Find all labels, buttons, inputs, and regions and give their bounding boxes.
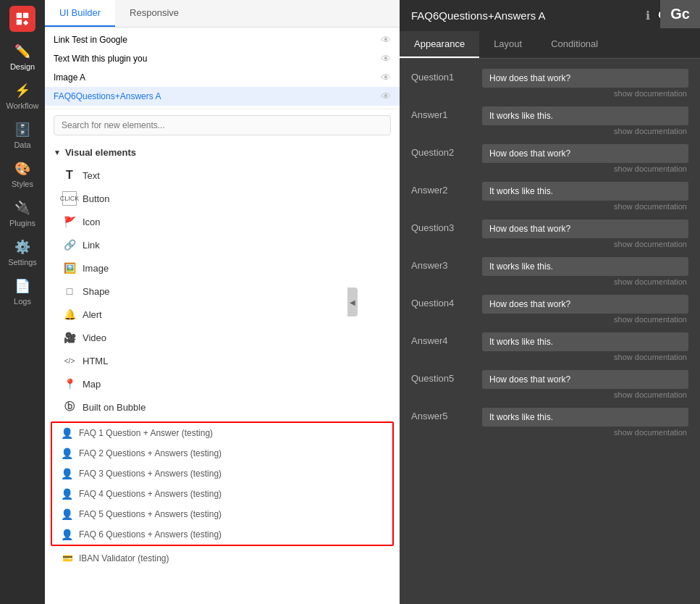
visibility-icon-3[interactable]: 👁 <box>381 72 391 83</box>
sidebar-item-styles[interactable]: 🎨 Styles <box>0 155 45 194</box>
property-label-7: Answer4 <box>411 332 476 346</box>
element-button[interactable]: CLICK Button <box>45 187 400 210</box>
property-doc-link-6[interactable]: show documentation <box>482 315 688 324</box>
property-label-8: Question5 <box>411 370 476 384</box>
panel-header: FAQ6Questions+Answers A ℹ 💬 ✕ <box>400 0 700 31</box>
property-value-8[interactable]: How does that work? <box>482 370 688 389</box>
faq-item-1[interactable]: 👤 FAQ 1 Question + Answer (testing) <box>52 423 392 443</box>
element-built-on-bubble[interactable]: ⓑ Built on Bubble <box>45 395 400 419</box>
faq-item-6[interactable]: 👤 FAQ 6 Questions + Answers (testing) <box>52 524 392 545</box>
recent-item-1[interactable]: Link Test in Google 👁 <box>45 30 400 49</box>
faq-person-icon-2: 👤 <box>61 448 73 459</box>
element-icon[interactable]: 🚩 Icon <box>45 210 400 233</box>
property-row-4: Question3How does that work?show documen… <box>400 215 700 253</box>
property-label-3: Answer2 <box>411 182 476 196</box>
property-row-5: Answer3It works like this.show documenta… <box>400 253 700 290</box>
recent-item-3[interactable]: Image A 👁 <box>45 68 400 87</box>
property-value-6[interactable]: How does that work? <box>482 295 688 314</box>
visibility-icon-2[interactable]: 👁 <box>381 53 391 64</box>
visual-elements-header[interactable]: ▼ Visual elements <box>45 141 400 164</box>
faq-item-5[interactable]: 👤 FAQ 5 Questions + Answers (testing) <box>52 504 392 524</box>
panel-tab-conditional[interactable]: Conditional <box>536 31 612 58</box>
app-logo[interactable] <box>9 6 35 32</box>
panel-tab-appearance[interactable]: Appearance <box>400 31 479 58</box>
sidebar-item-workflow[interactable]: ⚡ Workflow <box>0 77 45 116</box>
property-value-4[interactable]: How does that work? <box>482 219 688 238</box>
recent-item-4[interactable]: FAQ6Questions+Answers A 👁 <box>45 87 400 106</box>
main-panel: UI Builder Responsive Link Test in Googl… <box>45 0 400 604</box>
property-doc-link-4[interactable]: show documentation <box>482 240 688 248</box>
faq-person-icon-1: 👤 <box>61 427 73 439</box>
property-value-group-9: It works like this.show documentation <box>482 408 688 437</box>
faq-item-4[interactable]: 👤 FAQ 4 Questions + Answers (testing) <box>52 484 392 504</box>
property-value-0[interactable]: How does that work? <box>482 69 688 88</box>
property-value-1[interactable]: It works like this. <box>482 106 688 125</box>
iban-item[interactable]: 💳 IBAN Validator (testing) <box>45 549 400 568</box>
property-value-7[interactable]: It works like this. <box>482 332 688 351</box>
search-header <box>45 109 400 141</box>
panel-collapse-handle[interactable]: ◀ <box>347 288 358 316</box>
shape-icon: □ <box>62 284 77 298</box>
property-doc-link-5[interactable]: show documentation <box>482 277 688 286</box>
property-doc-link-1[interactable]: show documentation <box>482 127 688 135</box>
property-value-group-6: How does that work?show documentation <box>482 295 688 324</box>
tab-responsive[interactable]: Responsive <box>115 0 193 27</box>
property-label-4: Question3 <box>411 219 476 233</box>
property-doc-link-2[interactable]: show documentation <box>482 164 688 173</box>
property-doc-link-9[interactable]: show documentation <box>482 428 688 437</box>
button-icon: CLICK <box>62 191 77 206</box>
element-html[interactable]: </> HTML <box>45 349 400 372</box>
visibility-icon-1[interactable]: 👁 <box>381 34 391 46</box>
property-value-group-1: It works like this.show documentation <box>482 106 688 135</box>
sidebar-item-settings[interactable]: ⚙️ Settings <box>0 233 45 272</box>
property-value-group-7: It works like this.show documentation <box>482 332 688 361</box>
element-map[interactable]: 📍 Map <box>45 372 400 395</box>
sidebar-item-design[interactable]: ✏️ Design <box>0 38 45 77</box>
property-doc-link-3[interactable]: show documentation <box>482 202 688 211</box>
sidebar-item-plugins[interactable]: 🔌 Plugins <box>0 194 45 233</box>
sidebar-item-logs[interactable]: 📄 Logs <box>0 272 45 311</box>
property-row-7: Answer4It works like this.show documenta… <box>400 328 700 366</box>
design-icon: ✏️ <box>14 43 30 59</box>
recent-items: Link Test in Google 👁 Text With this plu… <box>45 28 400 109</box>
property-value-5[interactable]: It works like this. <box>482 257 688 276</box>
property-value-2[interactable]: How does that work? <box>482 144 688 163</box>
recent-item-2[interactable]: Text With this plugin you 👁 <box>45 49 400 68</box>
info-button[interactable]: ℹ <box>646 9 650 22</box>
image-icon: 🖼️ <box>62 261 77 275</box>
panel-tab-layout[interactable]: Layout <box>479 31 536 58</box>
faq-item-3[interactable]: 👤 FAQ 3 Questions + Answers (testing) <box>52 464 392 484</box>
property-value-3[interactable]: It works like this. <box>482 182 688 201</box>
faq-item-2[interactable]: 👤 FAQ 2 Questions + Answers (testing) <box>52 443 392 464</box>
alert-icon: 🔔 <box>62 307 77 322</box>
element-video[interactable]: 🎥 Video <box>45 326 400 349</box>
property-label-0: Question1 <box>411 69 476 83</box>
element-shape[interactable]: □ Shape <box>45 280 400 303</box>
iban-icon: 💳 <box>62 553 73 563</box>
search-input[interactable] <box>54 115 391 135</box>
sidebar-item-data[interactable]: 🗄️ Data <box>0 116 45 155</box>
icon-icon: 🚩 <box>62 214 77 229</box>
element-link[interactable]: 🔗 Link <box>45 233 400 256</box>
tab-ui-builder[interactable]: UI Builder <box>45 0 115 27</box>
panel-tabs-bar: Appearance Layout Conditional <box>400 31 700 59</box>
element-text[interactable]: T Text <box>45 164 400 187</box>
faq-section: 👤 FAQ 1 Question + Answer (testing) 👤 FA… <box>51 421 394 546</box>
property-doc-link-8[interactable]: show documentation <box>482 390 688 399</box>
property-row-9: Answer5It works like this.show documenta… <box>400 403 700 441</box>
panel-content: Question1How does that work?show documen… <box>400 59 700 604</box>
property-doc-link-0[interactable]: show documentation <box>482 89 688 98</box>
logs-icon: 📄 <box>14 278 30 294</box>
property-label-9: Answer5 <box>411 408 476 421</box>
element-image[interactable]: 🖼️ Image <box>45 256 400 280</box>
property-row-1: Answer1It works like this.show documenta… <box>400 102 700 140</box>
visibility-icon-4[interactable]: 👁 <box>381 91 391 102</box>
property-doc-link-7[interactable]: show documentation <box>482 353 688 361</box>
faq-person-icon-5: 👤 <box>61 508 73 520</box>
element-alert[interactable]: 🔔 Alert <box>45 303 400 326</box>
property-value-9[interactable]: It works like this. <box>482 408 688 427</box>
property-value-group-5: It works like this.show documentation <box>482 257 688 286</box>
html-icon: </> <box>62 353 77 368</box>
settings-icon: ⚙️ <box>14 239 30 255</box>
property-row-2: Question2How does that work?show documen… <box>400 140 700 177</box>
